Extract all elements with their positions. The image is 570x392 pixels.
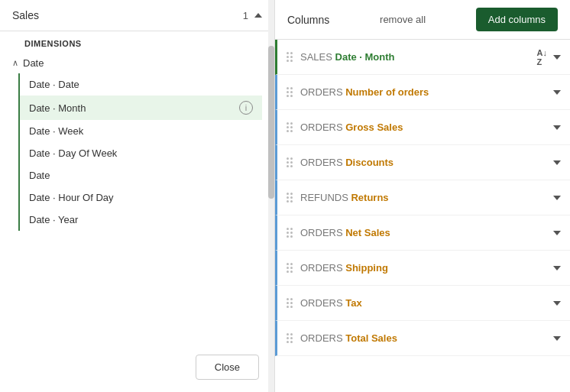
col-source: REFUNDS: [300, 192, 351, 203]
group-toggle-icon: ∧: [12, 58, 18, 68]
dim-item-date-hourofday[interactable]: Date · Hour Of Day: [20, 186, 262, 209]
col-name: Number of orders: [345, 86, 429, 98]
sales-title: Sales: [12, 9, 39, 21]
col-source: SALES: [300, 51, 335, 63]
dropdown-arrow-icon[interactable]: [553, 196, 561, 200]
dim-item-label: Date · Month: [29, 102, 86, 114]
col-text: REFUNDS Returns: [300, 192, 553, 203]
dropdown-arrow-icon[interactable]: [553, 231, 561, 235]
column-row-orders-gross-sales: ORDERS Gross Sales: [275, 110, 570, 145]
columns-title: Columns: [287, 14, 329, 26]
drag-handle[interactable]: [287, 263, 293, 273]
column-row-refunds-returns: REFUNDS Returns: [275, 180, 570, 215]
dim-item-date-year[interactable]: Date · Year: [20, 209, 262, 231]
remove-all-button[interactable]: remove all: [380, 14, 426, 25]
dim-item-date-date[interactable]: Date · Date: [20, 73, 262, 96]
col-name: Returns: [351, 192, 388, 203]
col-actions: [553, 336, 561, 341]
col-source: ORDERS: [300, 262, 345, 274]
chevron-up-icon[interactable]: [254, 13, 262, 18]
dimension-group: DIMENSIONS ∧ Date Date · Date Date · Mon…: [0, 31, 274, 231]
col-text: SALES Date · Month: [300, 51, 537, 63]
close-button[interactable]: Close: [196, 355, 259, 380]
col-name: Discounts: [345, 157, 393, 168]
columns-header: Columns remove all Add columns: [275, 0, 570, 40]
col-actions: A↓Z: [537, 48, 561, 66]
add-columns-button[interactable]: Add columns: [476, 8, 558, 31]
dim-item-date-month[interactable]: Date · Month i: [20, 96, 262, 120]
group-header[interactable]: ∧ Date: [12, 53, 262, 73]
sales-count: 1: [243, 10, 248, 21]
col-name: Total Sales: [345, 332, 397, 344]
drag-handle[interactable]: [287, 298, 293, 308]
dropdown-arrow-icon[interactable]: [553, 301, 561, 306]
col-text: ORDERS Shipping: [300, 262, 553, 274]
col-actions: [553, 90, 561, 95]
dropdown-arrow-icon[interactable]: [553, 90, 561, 95]
dim-item-label: Date · Day Of Week: [29, 147, 117, 159]
scrollbar-thumb[interactable]: [268, 46, 274, 199]
dim-item-label: Date · Year: [29, 214, 78, 225]
dropdown-arrow-icon[interactable]: [553, 266, 561, 271]
dimensions-label: DIMENSIONS: [12, 31, 262, 53]
drag-handle[interactable]: [287, 87, 293, 97]
sort-az-icon[interactable]: A↓Z: [537, 48, 547, 66]
dim-item-date-dayofweek[interactable]: Date · Day Of Week: [20, 142, 262, 164]
col-source: ORDERS: [300, 157, 345, 168]
drag-handle[interactable]: [287, 228, 293, 238]
column-row-orders-tax: ORDERS Tax: [275, 286, 570, 321]
col-text: ORDERS Tax: [300, 297, 553, 309]
col-actions: [553, 125, 561, 130]
col-actions: [553, 231, 561, 235]
drag-handle[interactable]: [287, 122, 293, 132]
group-name: Date: [23, 57, 44, 69]
column-row-sales-date-month: SALES Date · Month A↓Z: [275, 40, 570, 75]
right-panel: Columns remove all Add columns SALES Dat…: [275, 0, 570, 392]
column-row-orders-net-sales: ORDERS Net Sales: [275, 215, 570, 251]
col-text: ORDERS Total Sales: [300, 332, 553, 344]
dropdown-arrow-icon[interactable]: [553, 55, 561, 60]
col-source: ORDERS: [300, 297, 345, 309]
drag-handle[interactable]: [287, 157, 293, 167]
drag-handle[interactable]: [287, 193, 293, 202]
col-text: ORDERS Discounts: [300, 157, 553, 168]
column-row-orders-total-sales: ORDERS Total Sales: [275, 321, 570, 356]
col-source: ORDERS: [300, 121, 345, 133]
dropdown-arrow-icon[interactable]: [553, 125, 561, 130]
dim-item-label: Date · Hour Of Day: [29, 192, 114, 203]
column-row-orders-shipping: ORDERS Shipping: [275, 251, 570, 286]
dimension-items: Date · Date Date · Month i Date · Week D…: [18, 73, 262, 231]
col-actions: [553, 160, 561, 165]
col-name: Gross Sales: [345, 121, 403, 133]
scrollbar-track: [268, 0, 274, 392]
col-source: ORDERS: [300, 86, 345, 98]
column-row-orders-discounts: ORDERS Discounts: [275, 145, 570, 180]
close-btn-row: Close: [196, 355, 259, 380]
dim-item-date-week[interactable]: Date · Week: [20, 120, 262, 142]
column-row-orders-num-orders: ORDERS Number of orders: [275, 75, 570, 110]
col-text: ORDERS Net Sales: [300, 227, 553, 238]
left-panel: Sales 1 DIMENSIONS ∧ Date Date · Date Da…: [0, 0, 275, 392]
dim-item-label: Date · Date: [29, 79, 79, 90]
col-text: ORDERS Gross Sales: [300, 121, 553, 133]
col-name: Tax: [345, 297, 361, 309]
info-icon[interactable]: i: [239, 101, 253, 115]
dropdown-arrow-icon[interactable]: [553, 160, 561, 165]
columns-list: SALES Date · Month A↓Z ORDERS Number of …: [275, 40, 570, 392]
dim-item-label: Date · Week: [29, 125, 83, 137]
drag-handle[interactable]: [287, 333, 293, 343]
col-actions: [553, 301, 561, 306]
sales-controls: 1: [243, 10, 262, 21]
dropdown-arrow-icon[interactable]: [553, 336, 561, 341]
dim-item-date[interactable]: Date: [20, 164, 262, 186]
col-actions: [553, 196, 561, 200]
col-text: ORDERS Number of orders: [300, 86, 553, 98]
col-name: Shipping: [345, 262, 388, 274]
drag-handle[interactable]: [287, 52, 293, 62]
sales-header: Sales 1: [0, 0, 274, 31]
dim-item-label: Date: [29, 170, 50, 181]
col-source: ORDERS: [300, 227, 345, 238]
col-actions: [553, 266, 561, 271]
col-name: Net Sales: [345, 227, 390, 238]
col-source: ORDERS: [300, 332, 345, 344]
